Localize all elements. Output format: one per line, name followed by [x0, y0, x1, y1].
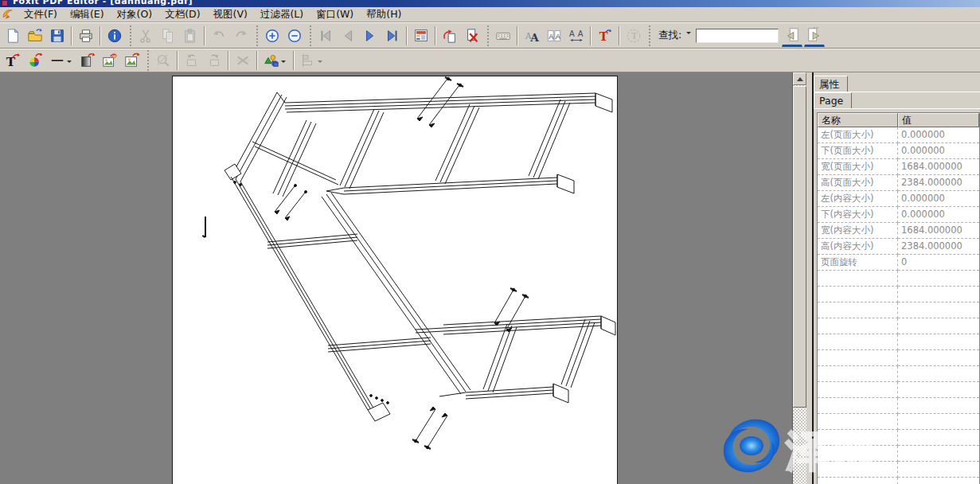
property-value[interactable]: 1684.000000	[898, 223, 979, 239]
find-next-button[interactable]	[804, 24, 825, 47]
property-value[interactable]	[898, 446, 979, 462]
vertical-scrollbar[interactable]	[793, 72, 806, 484]
toolbar-drag-handle[interactable]	[486, 25, 489, 46]
property-value[interactable]	[898, 271, 979, 287]
save-button[interactable]	[47, 25, 68, 46]
property-value[interactable]: 0	[898, 255, 979, 271]
toolbar-drag-handle[interactable]	[146, 50, 149, 71]
dropdown-caret-icon[interactable]	[67, 60, 72, 65]
paste-button[interactable]	[180, 25, 201, 46]
rotate-page-button[interactable]	[439, 25, 460, 46]
search-input[interactable]	[696, 29, 779, 43]
menu-item-5[interactable]: 过滤器(L)	[254, 7, 310, 21]
foxit-app-icon[interactable]	[2, 8, 14, 21]
property-name	[818, 478, 898, 484]
open-folder-button[interactable]	[25, 25, 45, 46]
property-row-empty	[818, 398, 979, 414]
new-document-button[interactable]	[2, 25, 23, 46]
property-value[interactable]: 0.000000	[898, 127, 979, 143]
property-value[interactable]: 2384.000000	[898, 175, 979, 191]
prev-page-button[interactable]	[338, 25, 358, 46]
property-value[interactable]	[898, 350, 979, 366]
toolbar-separator	[590, 26, 592, 45]
text-object-button[interactable]: T	[595, 25, 615, 46]
circled-text-button[interactable]: T	[623, 25, 644, 46]
char-spacing-button[interactable]: AA	[544, 25, 564, 46]
align-button[interactable]	[298, 50, 326, 71]
toolbar-drag-handle[interactable]	[129, 25, 131, 46]
property-value[interactable]	[898, 462, 979, 478]
property-value[interactable]	[898, 287, 979, 302]
menu-item-6[interactable]: 窗口(W)	[310, 7, 360, 21]
property-value[interactable]: 2384.000000	[898, 239, 979, 255]
add-image-button[interactable]	[122, 50, 143, 71]
scroll-up-button[interactable]	[793, 72, 806, 85]
menu-item-1[interactable]: 编辑(E)	[64, 7, 111, 21]
word-spacing-button[interactable]: AA	[566, 25, 587, 46]
keyboard-button[interactable]	[493, 25, 513, 46]
redo-icon	[233, 28, 249, 44]
property-value[interactable]	[898, 430, 979, 446]
property-value[interactable]	[898, 478, 979, 484]
menu-item-4[interactable]: 视图(V)	[207, 7, 254, 21]
property-value[interactable]	[898, 334, 979, 350]
tab-page[interactable]: Page	[814, 92, 852, 109]
menu-item-0[interactable]: 文件(F)	[18, 7, 64, 21]
redo-button[interactable]	[231, 25, 252, 46]
toolbar-drag-handle[interactable]	[309, 25, 311, 46]
column-header-value[interactable]: 值	[898, 113, 979, 127]
info-button[interactable]	[104, 25, 125, 46]
property-value[interactable]	[898, 366, 979, 382]
panel-splitter[interactable]	[806, 72, 812, 484]
menu-item-7[interactable]: 帮助(H)	[360, 7, 408, 21]
property-value[interactable]: 0.000000	[898, 143, 979, 159]
tab-properties[interactable]: 属性	[814, 76, 848, 92]
find-prev-button[interactable]	[782, 24, 802, 47]
property-value[interactable]	[898, 398, 979, 414]
menu-item-3[interactable]: 文档(D)	[158, 7, 206, 21]
rotate-left-object-button[interactable]	[182, 50, 202, 71]
touchup-button[interactable]	[153, 50, 174, 71]
last-page-button[interactable]	[382, 25, 403, 46]
toolbar-drag-handle[interactable]	[648, 25, 650, 46]
edit-image-button[interactable]	[100, 50, 120, 71]
page-form-button[interactable]	[411, 25, 431, 46]
delete-page-button[interactable]	[462, 25, 482, 46]
cut-button[interactable]	[135, 25, 156, 46]
toolbar-drag-handle[interactable]	[256, 25, 258, 46]
delete-object-button[interactable]	[232, 50, 253, 71]
scrollbar-thumb[interactable]	[793, 86, 806, 408]
line-style-button[interactable]	[47, 50, 76, 71]
column-header-name[interactable]: 名称	[818, 113, 898, 127]
add-text-button[interactable]: T	[2, 50, 23, 71]
title-bar[interactable]: Foxit PDF Editor - [danhuang.pdf]	[0, 0, 980, 7]
rotate-right-object-button[interactable]	[204, 50, 225, 71]
document-canvas[interactable]	[0, 72, 793, 484]
pdf-page[interactable]	[172, 76, 618, 484]
property-value[interactable]	[898, 302, 979, 318]
property-value[interactable]: 0.000000	[898, 191, 979, 207]
save-icon	[49, 28, 65, 44]
dropdown-caret-icon[interactable]	[318, 60, 322, 65]
zoom-out-button[interactable]	[284, 25, 305, 46]
property-value[interactable]: 1684.000000	[898, 159, 979, 175]
next-page-button[interactable]	[360, 25, 381, 46]
font-button[interactable]: AA	[521, 25, 542, 46]
property-row-empty	[818, 462, 979, 478]
first-page-button[interactable]	[315, 25, 336, 46]
property-value[interactable]	[898, 414, 979, 430]
property-value[interactable]: 0.000000	[898, 207, 979, 223]
copy-button[interactable]	[158, 25, 178, 46]
menu-item-2[interactable]: 对象(O)	[111, 7, 159, 21]
add-color-button[interactable]	[25, 50, 45, 71]
dropdown-caret-icon[interactable]	[281, 60, 286, 65]
zoom-in-button[interactable]	[262, 25, 283, 46]
print-button[interactable]	[76, 25, 96, 46]
undo-button[interactable]	[209, 25, 229, 46]
property-value[interactable]	[898, 318, 979, 334]
find-options-dropdown[interactable]	[684, 27, 693, 45]
property-value[interactable]	[898, 382, 979, 398]
shading-button[interactable]	[77, 50, 98, 71]
toolbar-separator	[619, 26, 620, 45]
shapes-button[interactable]	[261, 50, 290, 71]
